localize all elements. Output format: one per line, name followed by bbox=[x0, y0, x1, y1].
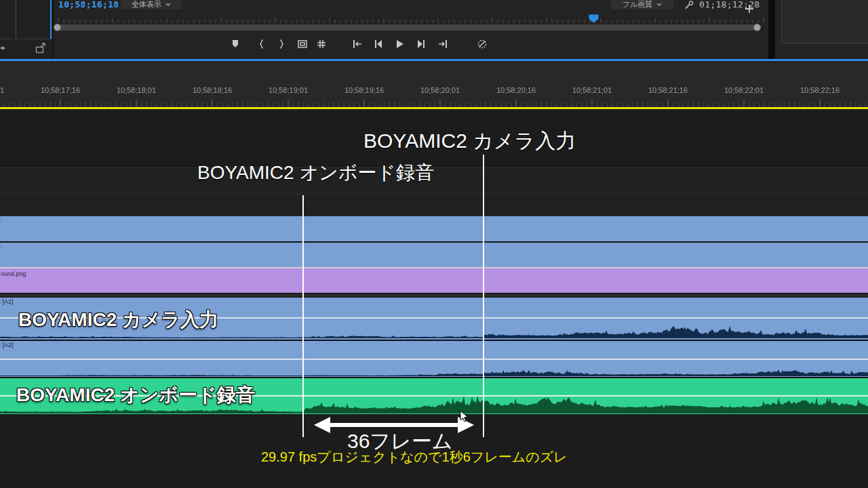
panel-divider bbox=[0, 39, 53, 39]
clip-label: 4 bbox=[0, 243, 1, 250]
audio-clip-a2[interactable]: 4 [A2] bbox=[0, 341, 868, 378]
scrollbar-handle-left[interactable] bbox=[54, 24, 61, 31]
panel-divider[interactable] bbox=[768, 0, 775, 59]
annotation-line-right bbox=[483, 155, 484, 437]
render-bar-yellow bbox=[0, 107, 868, 110]
ruler-label: 10;58;22;16 bbox=[800, 86, 840, 94]
step-forward-icon[interactable] bbox=[416, 39, 427, 49]
transport-controls bbox=[54, 34, 768, 54]
ruler-label: 10;58;20;16 bbox=[496, 86, 536, 94]
timeline-ruler[interactable]: 10;58;17;0110;58;17;1610;58;18;0110;58;1… bbox=[0, 61, 868, 110]
video-audio-track-gap bbox=[0, 293, 868, 298]
track-divider bbox=[0, 193, 868, 194]
ruler-label: 10;58;19;01 bbox=[269, 86, 308, 94]
transparency-grid-icon[interactable] bbox=[316, 39, 327, 49]
play-icon[interactable] bbox=[395, 39, 406, 49]
button-editor-add-icon[interactable] bbox=[744, 3, 755, 14]
ruler-label: 10;58;18;01 bbox=[117, 86, 156, 94]
monitor-mini-ruler[interactable] bbox=[58, 16, 766, 23]
mark-in-icon[interactable] bbox=[256, 39, 267, 49]
ruler-label: 10;58;21;16 bbox=[648, 86, 688, 94]
ruler-label: 10;58;17;01 bbox=[0, 86, 4, 94]
empty-panel-area bbox=[781, 0, 868, 43]
video-clip-v1[interactable]: 4 bbox=[0, 243, 868, 267]
annotation-note: 29.97 fpsプロジェクトなので1秒6フレームのズレ bbox=[261, 448, 568, 466]
share-icon[interactable] bbox=[0, 43, 7, 57]
clip-label: 4 [A2] bbox=[0, 342, 14, 348]
ruler-label: 10;58;21;01 bbox=[572, 86, 612, 94]
camera-track-caption: BOYAMIC2 カメラ入力 bbox=[18, 307, 218, 333]
scrollbar-handle-right[interactable] bbox=[753, 24, 761, 31]
ruler-label: 10;58;17;16 bbox=[41, 86, 80, 94]
zoom-level-value: 全体表示 bbox=[132, 0, 161, 9]
current-timecode[interactable]: 10;58;16;18 bbox=[58, 0, 119, 9]
right-neighbor-panel bbox=[775, 0, 868, 59]
panel-focus-border bbox=[50, 0, 52, 39]
go-to-out-icon[interactable] bbox=[437, 39, 448, 49]
ruler-label: 10;58;19;16 bbox=[344, 86, 384, 94]
graphic-clip-png[interactable]: ound.png bbox=[0, 267, 868, 293]
clip-label: 4 [A1] bbox=[0, 298, 14, 305]
panel-focus-border bbox=[16, 0, 16, 38]
go-to-in-icon[interactable] bbox=[352, 39, 363, 49]
annotation-camera-input: BOYAMIC2 カメラ入力 bbox=[363, 127, 576, 155]
volume-rubber-band[interactable] bbox=[0, 359, 868, 360]
chevron-down-icon bbox=[656, 3, 662, 6]
mark-out-icon[interactable] bbox=[276, 39, 287, 49]
premiere-timeline-screenshot: 10;58;16;18 全体表示 フル画質 01;18;12;28 bbox=[0, 0, 868, 488]
video-clip-v2[interactable]: 4 bbox=[0, 216, 868, 243]
clip-label: ound.png bbox=[1, 270, 26, 277]
playback-quality-select[interactable]: フル画質 bbox=[611, 0, 673, 9]
step-back-icon[interactable] bbox=[373, 39, 384, 49]
program-monitor: 10;58;16;18 全体表示 フル画質 01;18;12;28 bbox=[54, 0, 768, 59]
clip-label: 4 bbox=[0, 217, 1, 224]
ruler-label: 10;58;22;01 bbox=[724, 86, 764, 94]
left-neighbor-panel bbox=[0, 0, 54, 59]
zoom-level-select[interactable]: 全体表示 bbox=[121, 0, 182, 9]
mouse-cursor bbox=[460, 411, 469, 426]
chevron-down-icon bbox=[165, 3, 171, 6]
add-marker-icon[interactable] bbox=[230, 39, 241, 49]
annotation-line-left bbox=[302, 195, 304, 437]
monitor-zoom-scrollbar[interactable] bbox=[57, 24, 761, 30]
ruler-label: 10;58;18;16 bbox=[193, 86, 232, 94]
annotation-onboard-recording: BOYAMIC2 オンボード録音 bbox=[197, 160, 434, 186]
quality-value: フル画質 bbox=[623, 0, 653, 9]
program-monitor-panel: 10;58;16;18 全体表示 フル画質 01;18;12;28 bbox=[0, 0, 868, 59]
export-frame-icon[interactable] bbox=[35, 43, 47, 57]
audio-clip-a3-onboard[interactable]: BOYAMIC2 オンボード録音 bbox=[0, 378, 868, 414]
onboard-track-caption: BOYAMIC2 オンボード録音 bbox=[16, 382, 255, 408]
audio-clip-a1-camera[interactable]: 4 [A1] BOYAMIC2 カメラ入力 bbox=[0, 298, 868, 341]
settings-wrench-icon[interactable] bbox=[684, 0, 694, 13]
safe-margins-icon[interactable] bbox=[297, 39, 308, 49]
ruler-ticks bbox=[0, 99, 868, 107]
dropped-frame-indicator-icon[interactable] bbox=[477, 39, 488, 49]
ruler-label: 10;58;20;01 bbox=[420, 86, 460, 94]
